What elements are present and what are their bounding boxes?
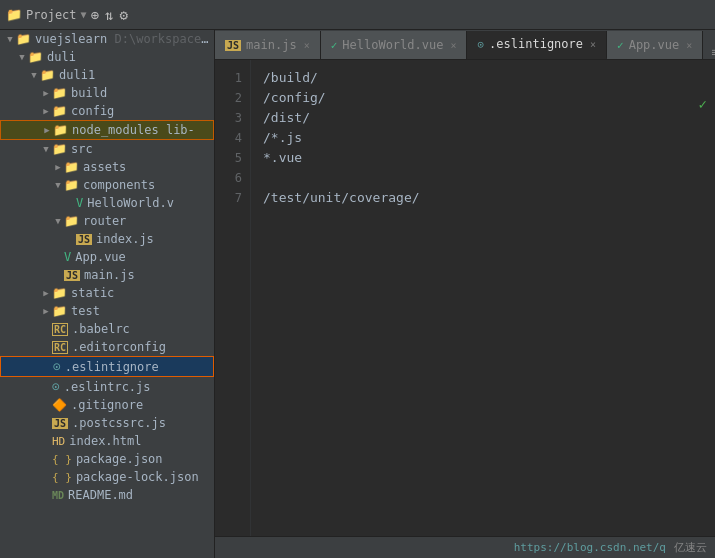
test-label: test	[71, 304, 214, 318]
tab-main-js-close[interactable]: ×	[304, 40, 310, 51]
code-line-7: /test/unit/coverage/	[263, 188, 703, 208]
add-action-icon[interactable]: ⊕	[91, 7, 99, 23]
sidebar-item-node-modules[interactable]: ▶ 📁 node_modules lib-	[0, 120, 214, 140]
top-bar: 📁 Project ▼ ⊕ ⇅ ⚙	[0, 0, 715, 30]
line-num-4: 4	[215, 128, 242, 148]
package-lock-label: package-lock.json	[76, 470, 214, 484]
tab-helloworld-icon: ✓	[331, 39, 338, 52]
sidebar-item-editorconfig[interactable]: RC .editorconfig	[0, 338, 214, 356]
settings-action-icon[interactable]: ⚙	[119, 7, 127, 23]
router-index-label: index.js	[96, 232, 214, 246]
line-num-1: 1	[215, 68, 242, 88]
sidebar-root[interactable]: ▼ 📁 vuejslearn D:\workspace\W	[0, 30, 214, 48]
sidebar-item-helloworld[interactable]: V HelloWorld.v	[0, 194, 214, 212]
sidebar-item-main-js[interactable]: JS main.js	[0, 266, 214, 284]
sync-action-icon[interactable]: ⇅	[105, 7, 113, 23]
line-numbers: 1 2 3 4 5 6 7	[215, 60, 251, 536]
eslintrc-icon: ⊙	[52, 379, 60, 394]
line-num-3: 3	[215, 108, 242, 128]
line-num-6: 6	[215, 168, 242, 188]
editor-content: 1 2 3 4 5 6 7 /build/ /config/ /dist/ /*…	[215, 60, 715, 536]
sidebar-item-eslintrc[interactable]: ⊙ .eslintrc.js	[0, 377, 214, 396]
app-vue-label: App.vue	[75, 250, 214, 264]
router-label: router	[83, 214, 214, 228]
tab-helloworld-close[interactable]: ×	[450, 40, 456, 51]
sidebar-item-duli1[interactable]: ▼ 📁 duli1	[0, 66, 214, 84]
tab-helloworld-vue[interactable]: ✓ HelloWorld.vue ×	[321, 31, 468, 59]
package-lock-icon: { }	[52, 471, 72, 484]
project-label[interactable]: Project	[26, 8, 77, 22]
code-line-1: /build/	[263, 68, 703, 88]
postcssrc-icon: JS	[52, 418, 68, 429]
editorconfig-icon: RC	[52, 341, 68, 354]
bottom-bar: https://blog.csdn.net/q 亿速云	[215, 536, 715, 558]
main-js-label: main.js	[84, 268, 214, 282]
tab-main-js[interactable]: JS main.js ×	[215, 31, 321, 59]
sidebar-item-package-json[interactable]: { } package.json	[0, 450, 214, 468]
eslintignore-sidebar-icon: ⊙	[53, 359, 61, 374]
static-label: static	[71, 286, 214, 300]
tab-app-close[interactable]: ×	[686, 40, 692, 51]
root-label: vuejslearn D:\workspace\W	[35, 32, 214, 46]
vue-icon: V	[76, 196, 83, 210]
sidebar-item-router-index[interactable]: JS index.js	[0, 230, 214, 248]
readme-icon: MD	[52, 490, 64, 501]
sidebar: ▼ 📁 vuejslearn D:\workspace\W ▼ 📁 duli ▼…	[0, 30, 215, 558]
js-icon2: JS	[64, 270, 80, 281]
gitignore-label: .gitignore	[71, 398, 214, 412]
sidebar-item-eslintignore[interactable]: ⊙ .eslintignore	[0, 356, 214, 377]
sidebar-item-index-html[interactable]: HD index.html	[0, 432, 214, 450]
tab-overflow-icon[interactable]: ≡	[711, 45, 715, 59]
code-editor[interactable]: /build/ /config/ /dist/ /*.js *.vue /tes…	[251, 60, 715, 536]
root-arrow: ▼	[4, 34, 16, 44]
tab-eslint-close[interactable]: ×	[590, 39, 596, 50]
code-line-3: /dist/	[263, 108, 703, 128]
sidebar-item-postcssrc[interactable]: JS .postcssrc.js	[0, 414, 214, 432]
readme-label: README.md	[68, 488, 214, 502]
sidebar-item-babelrc[interactable]: RC .babelrc	[0, 320, 214, 338]
tab-eslint-label: .eslintignore	[489, 37, 583, 51]
assets-label: assets	[83, 160, 214, 174]
tab-app-label: App.vue	[629, 38, 680, 52]
postcssrc-label: .postcssrc.js	[72, 416, 214, 430]
sidebar-item-assets[interactable]: ▶ 📁 assets	[0, 158, 214, 176]
root-folder-icon: 📁	[16, 32, 31, 46]
line-num-5: 5	[215, 148, 242, 168]
tab-bar: JS main.js × ✓ HelloWorld.vue × ⊙ .eslin…	[215, 30, 715, 60]
vue-icon2: V	[64, 250, 71, 264]
tab-eslint-icon: ⊙	[477, 38, 484, 51]
sidebar-item-package-lock[interactable]: { } package-lock.json	[0, 468, 214, 486]
tab-helloworld-label: HelloWorld.vue	[342, 38, 443, 52]
sidebar-item-readme[interactable]: MD README.md	[0, 486, 214, 504]
code-line-5: *.vue	[263, 148, 703, 168]
sidebar-item-router[interactable]: ▼ 📁 router	[0, 212, 214, 230]
line-num-7: 7	[215, 188, 242, 208]
tab-eslintignore[interactable]: ⊙ .eslintignore ×	[467, 31, 607, 59]
sidebar-item-gitignore[interactable]: 🔶 .gitignore	[0, 396, 214, 414]
code-line-4: /*.js	[263, 128, 703, 148]
tab-app-vue[interactable]: ✓ App.vue ×	[607, 31, 703, 59]
project-dropdown-arrow[interactable]: ▼	[81, 9, 87, 20]
status-url: https://blog.csdn.net/q	[514, 541, 666, 554]
tab-main-js-icon: JS	[225, 40, 241, 51]
highlighted-code-vue: *.vue	[263, 150, 302, 165]
sidebar-item-components[interactable]: ▼ 📁 components	[0, 176, 214, 194]
babelrc-label: .babelrc	[72, 322, 214, 336]
eslintrc-label: .eslintrc.js	[64, 380, 214, 394]
duli1-label: duli1	[59, 68, 214, 82]
sidebar-item-test[interactable]: ▶ 📁 test	[0, 302, 214, 320]
code-line-6	[263, 168, 703, 188]
src-label: src	[71, 142, 214, 156]
sidebar-item-static[interactable]: ▶ 📁 static	[0, 284, 214, 302]
package-json-label: package.json	[76, 452, 214, 466]
helloworld-file-label: HelloWorld.v	[87, 196, 214, 210]
sidebar-item-duli[interactable]: ▼ 📁 duli	[0, 48, 214, 66]
index-html-label: index.html	[69, 434, 214, 448]
sidebar-item-app-vue[interactable]: V App.vue	[0, 248, 214, 266]
sidebar-item-src[interactable]: ▼ 📁 src	[0, 140, 214, 158]
csdn-link[interactable]: https://blog.csdn.net/q	[514, 541, 666, 554]
sidebar-item-config[interactable]: ▶ 📁 config	[0, 102, 214, 120]
sidebar-item-build[interactable]: ▶ 📁 build	[0, 84, 214, 102]
eslintignore-label: .eslintignore	[65, 360, 213, 374]
js-icon: JS	[76, 234, 92, 245]
